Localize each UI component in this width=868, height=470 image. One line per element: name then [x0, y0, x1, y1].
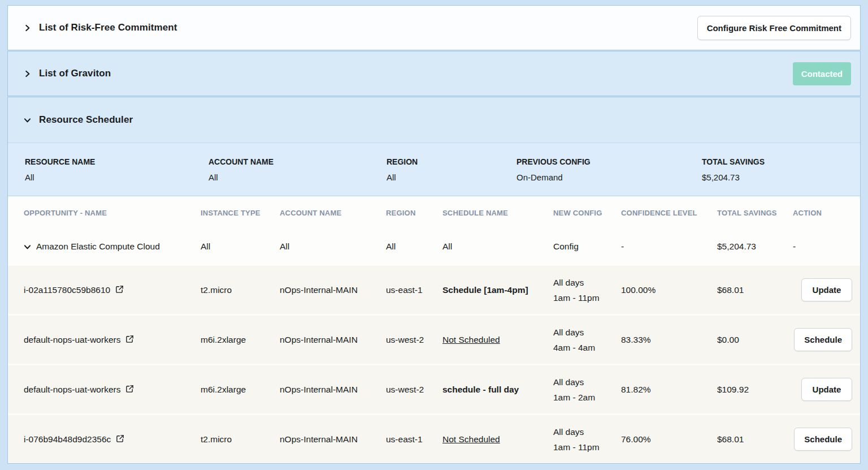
filter-value[interactable]: All: [387, 173, 517, 182]
graviton-expand-toggle[interactable]: List of Graviton: [24, 68, 793, 79]
schedule-name-link[interactable]: Not Scheduled: [442, 434, 553, 445]
account-name: nOps-Internal-MAIN: [280, 385, 386, 395]
chevron-down-icon: [24, 117, 31, 124]
confidence-level: 83.33%: [621, 335, 717, 345]
group-collapse-toggle[interactable]: [24, 243, 31, 251]
group-total-savings: $5,204.73: [717, 242, 793, 252]
filter-account-name: ACCOUNT NAME All: [209, 157, 387, 182]
column-header-schedule-name: SCHEDULE NAME: [442, 209, 553, 217]
instance-type: t2.micro: [201, 434, 280, 445]
total-savings: $109.92: [717, 385, 793, 395]
account-name: nOps-Internal-MAIN: [280, 335, 386, 345]
schedule-button[interactable]: Schedule: [794, 328, 852, 351]
filter-value: $5,204.73: [702, 173, 860, 182]
new-config: All days 1am - 2am: [553, 374, 621, 405]
confidence-level: 76.00%: [621, 434, 717, 445]
region: us-west-2: [386, 335, 442, 345]
chevron-right-icon: [24, 24, 31, 32]
update-button[interactable]: Update: [801, 378, 852, 401]
contacted-badge[interactable]: Contacted: [793, 62, 851, 85]
panel-graviton: List of Graviton Contacted: [7, 51, 861, 96]
resource-name: default-nops-uat-workers: [24, 335, 120, 345]
configure-risk-free-commitment-button[interactable]: Configure Risk Free Commitment: [697, 16, 851, 40]
region: us-east-1: [386, 434, 442, 445]
group-name: Amazon Elastic Compute Cloud: [36, 242, 160, 252]
panel-resource-scheduler: Resource Scheduler RESOURCE NAME All ACC…: [7, 97, 861, 464]
instance-type: m6i.2xlarge: [201, 385, 280, 395]
risk-free-expand-toggle[interactable]: List of Risk-Free Commitment: [24, 22, 697, 33]
schedule-name: Schedule [1am-4pm]: [442, 285, 553, 295]
panel-title: List of Graviton: [39, 68, 111, 79]
table-header-row: OPPORTUNITY - NAME INSTANCE TYPE ACCOUNT…: [8, 196, 860, 229]
external-link-icon[interactable]: [125, 335, 134, 343]
filter-resource-name: RESOURCE NAME All: [25, 157, 209, 182]
column-header-region: REGION: [386, 209, 442, 217]
group-new-config: Config: [553, 242, 621, 252]
column-header-instance-type: INSTANCE TYPE: [201, 209, 280, 217]
confidence-level: 81.82%: [621, 385, 717, 395]
group-row-ec2: Amazon Elastic Compute Cloud All All All…: [8, 229, 860, 264]
schedule-name-link[interactable]: Not Scheduled: [442, 335, 553, 345]
account-name: nOps-Internal-MAIN: [280, 285, 386, 295]
filter-total-savings: TOTAL SAVINGS $5,204.73: [702, 157, 860, 182]
scheduler-filters: RESOURCE NAME All ACCOUNT NAME All REGIO…: [8, 143, 860, 196]
panel-risk-free-header: List of Risk-Free Commitment Configure R…: [8, 6, 860, 50]
table-row: i-076b94b48d9d2356c t2.micro nOps-Intern…: [8, 413, 860, 463]
page: List of Risk-Free Commitment Configure R…: [0, 0, 868, 464]
group-confidence: -: [621, 242, 717, 252]
filter-label: PREVIOUS CONFIG: [517, 157, 702, 166]
region: us-east-1: [386, 285, 442, 295]
scheduler-collapse-toggle[interactable]: Resource Scheduler: [24, 114, 851, 126]
group-region: All: [386, 242, 442, 252]
total-savings: $68.01: [717, 285, 793, 295]
instance-type: m6i.2xlarge: [201, 335, 280, 345]
panel-title: Resource Scheduler: [39, 114, 133, 126]
region: us-west-2: [386, 385, 442, 395]
filter-region: REGION All: [387, 157, 517, 182]
filter-value[interactable]: All: [25, 173, 209, 182]
column-header-action: ACTION: [793, 209, 852, 217]
column-header-account-name: ACCOUNT NAME: [280, 209, 386, 217]
new-config: All days 4am - 4am: [553, 325, 621, 355]
table-row: default-nops-uat-workers m6i.2xlarge nOp…: [8, 314, 860, 364]
schedule-button[interactable]: Schedule: [794, 428, 852, 451]
group-instance-type: All: [201, 242, 280, 252]
filter-value[interactable]: All: [209, 173, 387, 182]
group-action: -: [793, 242, 852, 252]
table-row: default-nops-uat-workers m6i.2xlarge nOp…: [8, 364, 860, 413]
panel-scheduler-header: Resource Scheduler: [8, 97, 860, 143]
column-header-opportunity-name: OPPORTUNITY - NAME: [24, 209, 201, 217]
table-row: i-02a115780c59b8610 t2.micro nOps-Intern…: [8, 264, 860, 314]
update-button[interactable]: Update: [801, 278, 852, 301]
resource-name: i-02a115780c59b8610: [24, 285, 110, 295]
confidence-level: 100.00%: [621, 285, 717, 295]
panel-title: List of Risk-Free Commitment: [39, 22, 177, 33]
total-savings: $68.01: [717, 434, 793, 445]
panel-graviton-header: List of Graviton Contacted: [8, 51, 860, 96]
filter-label: REGION: [387, 157, 517, 166]
external-link-icon[interactable]: [125, 385, 134, 393]
column-header-confidence-level: CONFIDENCE LEVEL: [621, 209, 717, 217]
new-config: All days 1am - 11pm: [553, 424, 621, 455]
filter-label: ACCOUNT NAME: [209, 157, 387, 166]
filter-previous-config: PREVIOUS CONFIG On-Demand: [517, 157, 702, 182]
instance-type: t2.micro: [201, 285, 280, 295]
column-header-total-savings: TOTAL SAVINGS: [717, 209, 793, 217]
column-header-new-config: NEW CONFIG: [553, 209, 621, 217]
external-link-icon[interactable]: [115, 285, 124, 294]
filter-value: On-Demand: [517, 173, 702, 182]
account-name: nOps-Internal-MAIN: [280, 434, 386, 445]
external-link-icon[interactable]: [116, 434, 124, 443]
chevron-right-icon: [24, 70, 31, 77]
group-schedule-name: All: [442, 242, 553, 252]
group-account-name: All: [280, 242, 386, 252]
filter-label: RESOURCE NAME: [25, 157, 209, 166]
total-savings: $0.00: [717, 335, 793, 345]
resource-name: i-076b94b48d9d2356c: [24, 434, 111, 445]
filter-label: TOTAL SAVINGS: [702, 157, 860, 166]
resource-name: default-nops-uat-workers: [24, 385, 120, 395]
new-config: All days 1am - 11pm: [553, 275, 621, 305]
schedule-name: schedule - full day: [442, 385, 553, 395]
panel-risk-free-commitment: List of Risk-Free Commitment Configure R…: [7, 5, 861, 50]
